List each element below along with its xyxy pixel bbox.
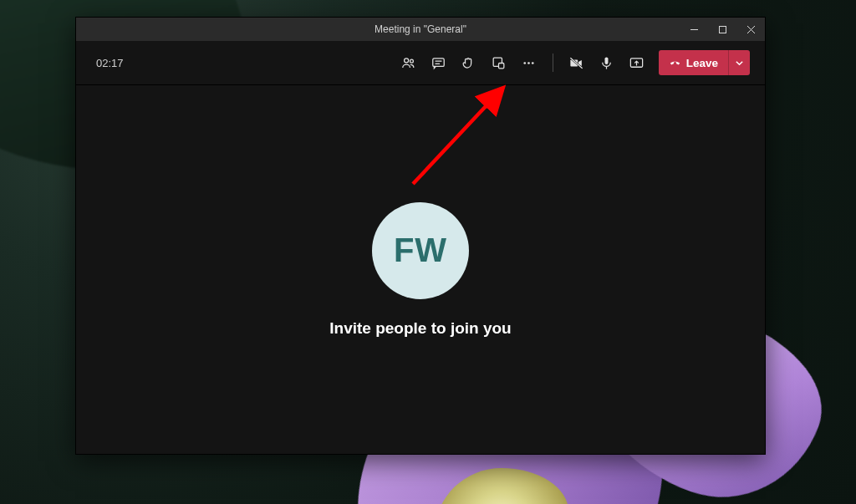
leave-group: Leave	[659, 50, 750, 75]
minimize-button[interactable]	[680, 18, 708, 41]
svg-rect-16	[605, 57, 609, 64]
toolbar-wrap: 02:17	[76, 41, 765, 85]
call-timer: 02:17	[96, 57, 124, 69]
raise-hand-button[interactable]	[456, 49, 482, 76]
share-button[interactable]	[624, 49, 650, 76]
chevron-down-icon	[735, 59, 744, 68]
microphone-toggle-button[interactable]	[594, 49, 620, 76]
window-title: Meeting in "General"	[374, 23, 466, 35]
svg-point-11	[524, 62, 527, 64]
share-screen-icon	[629, 55, 645, 71]
camera-toggle-button[interactable]	[563, 49, 590, 76]
hangup-icon	[669, 57, 681, 69]
window-controls	[680, 18, 765, 41]
raise-hand-icon	[461, 55, 476, 71]
close-icon	[746, 25, 756, 34]
titlebar: Meeting in "General"	[76, 18, 765, 41]
meeting-window: Meeting in "General" 02:17	[75, 17, 766, 455]
maximize-icon	[718, 25, 727, 34]
people-icon	[400, 55, 416, 71]
chat-icon	[431, 55, 446, 71]
camera-off-icon	[568, 55, 584, 71]
invite-prompt: Invite people to join you	[329, 319, 511, 338]
chat-button[interactable]	[425, 49, 452, 76]
svg-point-5	[410, 59, 414, 63]
maximize-button[interactable]	[708, 18, 736, 41]
svg-rect-6	[433, 58, 444, 66]
meeting-stage: FW Invite people to join you	[76, 85, 765, 454]
toolbar-divider	[553, 53, 553, 72]
svg-point-12	[527, 62, 530, 64]
leave-options-button[interactable]	[728, 50, 750, 75]
meeting-toolbar: 02:17	[76, 41, 765, 84]
participant-avatar: FW	[372, 202, 469, 299]
more-actions-icon	[521, 55, 537, 71]
breakout-rooms-button[interactable]	[486, 49, 512, 76]
participants-button[interactable]	[395, 49, 422, 76]
svg-point-13	[532, 62, 534, 64]
microphone-icon	[599, 55, 614, 71]
leave-button[interactable]: Leave	[659, 50, 728, 75]
svg-point-4	[405, 58, 409, 62]
more-actions-button[interactable]	[516, 49, 543, 76]
close-button[interactable]	[736, 18, 765, 41]
svg-rect-10	[499, 63, 504, 68]
minimize-icon	[690, 25, 699, 34]
svg-rect-1	[719, 26, 726, 33]
avatar-initials: FW	[394, 232, 447, 269]
leave-button-label: Leave	[686, 57, 718, 69]
breakout-rooms-icon	[491, 55, 507, 71]
